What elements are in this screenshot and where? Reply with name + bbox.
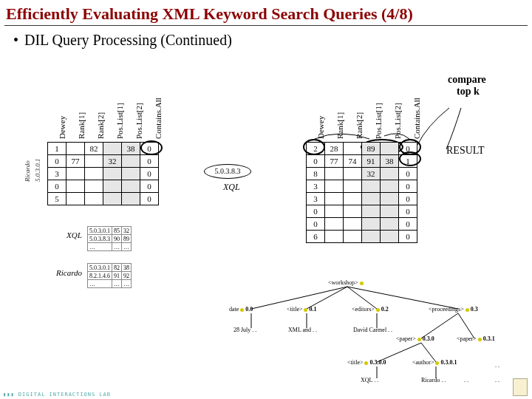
tree-dots2: . . [495,362,499,369]
tree-proc: <proceedings> 0.3 [429,306,478,313]
mini-ricardo-table: 5.0.3.0.18238 8.2.1.4.69192 ……… [87,263,132,288]
table-row: 30 [48,168,159,180]
table-row: 30 [307,193,417,205]
left-stack-table: 182380 077320 30 00 50 [47,142,159,205]
content-stage: Dewey Rank[1] Rank[2] Pos.List[1] Pos.Li… [7,58,526,393]
table-row: 182380 [48,143,159,155]
tree-author: <author> 0.3.0.1 [412,359,457,366]
mini-ricardo-caption: Ricardo [56,268,82,277]
tree-date: date 0.0 [229,306,253,313]
table-row: 00 [307,205,417,218]
tree-dot-icon [360,282,364,285]
mini-xql-caption: XQL [66,231,82,239]
table-row: 50 [48,193,159,205]
table-row: 30 [307,180,417,193]
tree-paper1: <paper> 0.3.0 [396,335,434,342]
footer-logo: ▮▮▮ DIGITAL INTERACTIONS LAB [3,392,111,398]
tree-28july: 28 July . . [233,327,256,333]
table-row: 60 [307,231,417,243]
svg-line-8 [458,313,474,338]
table-row: 8320 [307,168,417,180]
svg-line-7 [421,313,458,338]
side-dewey-num: 5.0.3.0.1 [34,159,41,183]
bullet-icon: • [13,32,24,48]
mid-oval: 5.0.3.8.3 [204,164,251,179]
slide-title: Efficiently Evaluating XML Keyword Searc… [0,0,532,25]
right-stack-table: 228890 0777491381 8320 30 30 00 00 60 [306,142,417,243]
tree-editors: <editors> 0.2 [352,306,389,313]
table-row: 228890 [307,143,417,155]
table-row: 00 [48,180,159,193]
table-row: 077320 [48,155,159,168]
tree-ricardo-leaf: Ricardo . . [421,377,446,383]
side-ricardo: Ricardo [24,160,31,182]
tree-root: <workshop> [328,279,364,286]
tree-xmland: XML and . . [288,327,317,333]
bullet-text: DIL Query Processing (Continued) [24,32,232,48]
tree-title1: <title> 0.1 [287,306,316,313]
tree-dots3: . . [495,377,499,383]
table-row: 0777491381 [307,155,417,168]
tree-paper2: <paper> 0.3.1 [457,335,495,342]
xml-tree: <workshop> date 0.0 <title> 0.1 <editors… [229,279,525,390]
mid-oval-label: XQL [223,182,240,193]
tree-xql-leaf: XQL . . [361,377,378,383]
table-row: 00 [307,218,417,231]
tree-dots1: . . [464,377,468,383]
tree-david: David Carmel . . [353,327,392,333]
divider [4,25,528,26]
bullet-line: •DIL Query Processing (Continued) [0,29,532,49]
mini-xql-table: 5.0.3.0.18532 5.0.3.8.39089 ……… [87,226,132,251]
tree-title2: <title> 0.3.0.0 [347,359,386,366]
footer-crest-icon [513,378,528,396]
